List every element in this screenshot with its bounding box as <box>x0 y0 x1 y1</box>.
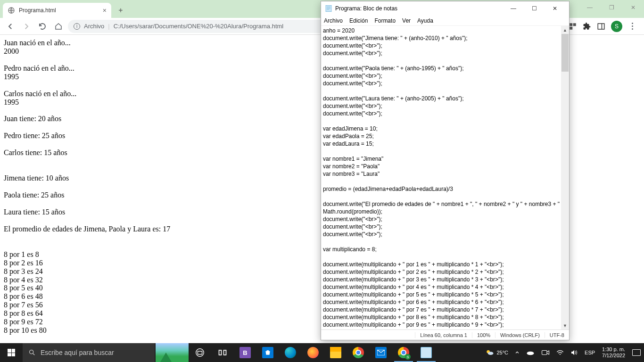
meet-now-icon[interactable] <box>538 343 553 362</box>
app-mail[interactable] <box>370 343 392 362</box>
tab-title: Programa.html <box>19 7 56 14</box>
task-view-button[interactable] <box>189 343 211 362</box>
extension-icon[interactable] <box>569 22 577 31</box>
app-edge[interactable] <box>279 343 302 362</box>
notepad-menu: Archivo Edición Formato Ver Ayuda <box>321 16 569 26</box>
search-icon <box>28 349 36 356</box>
notepad-maximize-button[interactable]: ☐ <box>524 2 545 15</box>
status-zoom: 100% <box>472 332 495 338</box>
browser-tab[interactable]: Programa.html × <box>3 3 111 18</box>
globe-icon <box>8 7 15 14</box>
forward-button[interactable] <box>20 20 33 33</box>
toolbar-right: S <box>569 21 640 32</box>
notepad-text-area[interactable]: anho = 2020 document.write("Jimena tiene… <box>321 26 569 329</box>
menu-edit[interactable]: Edición <box>349 17 368 24</box>
onedrive-icon[interactable] <box>523 343 538 362</box>
new-tab-button[interactable]: + <box>114 4 127 17</box>
menu-view[interactable]: Ver <box>402 17 411 24</box>
notepad-title: Programa: Bloc de notas <box>335 5 503 12</box>
tray-date: 7/12/2022 <box>602 353 625 359</box>
windows-logo-icon <box>8 349 15 356</box>
svg-rect-1 <box>598 24 604 29</box>
notepad-icon <box>325 5 332 12</box>
svg-rect-3 <box>326 5 331 11</box>
language-indicator[interactable]: ESP <box>581 343 598 362</box>
svg-point-14 <box>488 352 494 355</box>
reload-button[interactable] <box>36 20 49 33</box>
cortana-button[interactable] <box>211 343 234 362</box>
chrome-window-controls: — ❐ ✕ <box>579 0 644 15</box>
svg-rect-16 <box>542 351 547 355</box>
taskbar: Escribe aquí para buscar B S 25°C ESP 1:… <box>0 343 644 362</box>
status-eol: Windows (CRLF) <box>495 332 545 338</box>
status-position: Línea 60, columna 1 <box>415 332 472 338</box>
weather-temp: 25°C <box>496 350 508 355</box>
tray-overflow[interactable] <box>512 343 523 362</box>
notepad-minimize-button[interactable]: — <box>503 2 524 15</box>
menu-file[interactable]: Archivo <box>324 17 343 24</box>
svg-point-15 <box>527 352 534 355</box>
profile-avatar[interactable]: S <box>611 21 622 32</box>
back-button[interactable] <box>4 20 17 33</box>
maximize-button[interactable]: ❐ <box>601 0 622 15</box>
notifications-button[interactable] <box>629 343 644 362</box>
notepad-close-button[interactable]: ✕ <box>545 2 565 15</box>
svg-rect-10 <box>198 351 202 354</box>
notepad-scrollbar[interactable]: ▲ ▼ <box>561 26 569 329</box>
menu-format[interactable]: Formato <box>374 17 396 24</box>
menu-help[interactable]: Ayuda <box>417 17 433 24</box>
address-bar[interactable]: i Archivo | C:/Users/sarar/Documents/ONE… <box>68 20 332 33</box>
tray-time: 1:30 p. m. <box>602 346 625 353</box>
app-explorer[interactable] <box>324 343 347 362</box>
notepad-body: anho = 2020 document.write("Jimena tiene… <box>321 26 569 329</box>
addr-path: C:/Users/sarar/Documents/ONE%20-%20Alura… <box>114 23 284 30</box>
taskbar-apps: B S <box>189 343 438 362</box>
svg-point-9 <box>196 349 204 357</box>
svg-point-7 <box>30 350 33 354</box>
chrome-menu-button[interactable] <box>628 22 636 31</box>
svg-rect-12 <box>224 350 226 355</box>
close-tab-icon[interactable]: × <box>103 7 107 14</box>
addr-scheme: Archivo <box>84 23 104 30</box>
notification-icon <box>632 349 641 356</box>
svg-rect-11 <box>219 350 222 355</box>
app-notepad-active[interactable] <box>415 343 438 362</box>
minimize-button[interactable]: — <box>579 0 601 15</box>
search-placeholder: Escribe aquí para buscar <box>41 349 114 356</box>
app-firefox[interactable] <box>302 343 324 362</box>
clock[interactable]: 1:30 p. m. 7/12/2022 <box>598 346 629 359</box>
scroll-up-icon[interactable]: ▲ <box>561 26 569 34</box>
addr-separator: | <box>108 23 109 30</box>
system-tray: 25°C ESP 1:30 p. m. 7/12/2022 <box>482 343 644 362</box>
notepad-statusbar: Línea 60, columna 1 100% Windows (CRLF) … <box>321 329 569 340</box>
site-info-icon[interactable]: i <box>74 23 80 30</box>
scroll-thumb[interactable] <box>561 34 569 72</box>
start-button[interactable] <box>0 343 23 362</box>
taskbar-search[interactable]: Escribe aquí para buscar <box>23 343 155 362</box>
close-window-button[interactable]: ✕ <box>622 0 644 15</box>
app-bootstrap[interactable]: B <box>234 343 256 362</box>
scenic-widget[interactable] <box>156 343 189 362</box>
app-store[interactable] <box>256 343 279 362</box>
scroll-down-icon[interactable]: ▼ <box>561 321 569 329</box>
status-encoding: UTF-8 <box>545 332 569 338</box>
home-button[interactable] <box>52 20 65 33</box>
app-chrome[interactable] <box>347 343 370 362</box>
extensions-puzzle-icon[interactable] <box>583 22 591 31</box>
volume-icon[interactable] <box>567 343 581 362</box>
notepad-window[interactable]: Programa: Bloc de notas — ☐ ✕ Archivo Ed… <box>321 1 570 340</box>
weather-icon <box>485 348 495 357</box>
svg-line-8 <box>33 354 35 355</box>
app-chrome-active[interactable]: S <box>392 343 415 362</box>
wifi-icon[interactable] <box>553 343 567 362</box>
weather-widget[interactable]: 25°C <box>482 343 512 362</box>
side-panel-icon[interactable] <box>597 22 605 31</box>
notepad-titlebar[interactable]: Programa: Bloc de notas — ☐ ✕ <box>321 1 569 16</box>
